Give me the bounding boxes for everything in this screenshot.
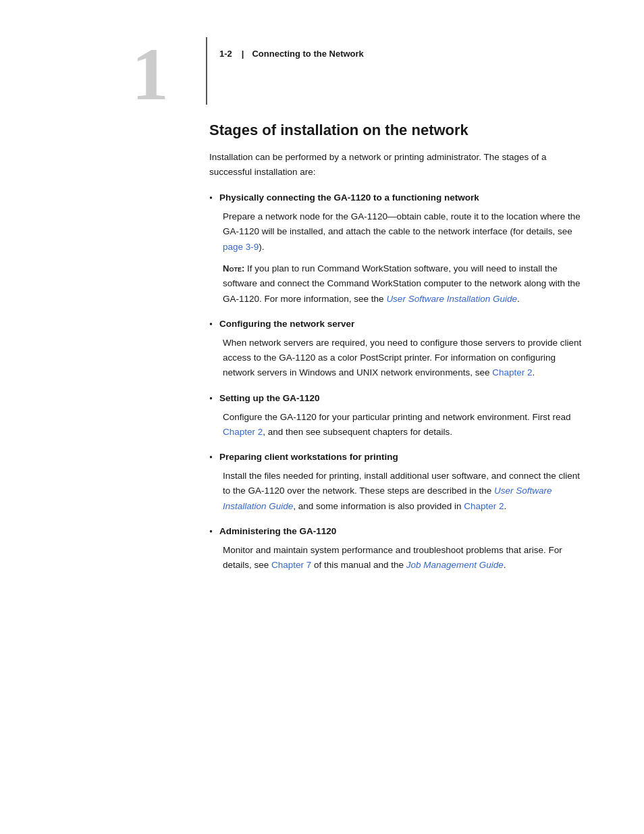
bullet-dot-3: • [209,394,213,405]
chapter-number: 1 [132,37,169,111]
bullet-item-5: • Administering the GA-1120 Monitor and … [209,526,583,573]
bullet-item-3: • Setting up the GA-1120 Configure the G… [209,393,583,440]
link-page-3-9[interactable]: page 3-9 [223,242,259,252]
bullet-dot-2: • [209,319,213,330]
link-chapter-7[interactable]: Chapter 7 [271,560,311,570]
bullet-dot-5: • [209,527,213,538]
bullet-title-3: Setting up the GA-1120 [219,393,320,403]
link-chapter-2-c[interactable]: Chapter 2 [464,501,504,511]
note-block-1: Note: If you plan to run Command WorkSta… [223,261,583,307]
bullet-body-2: When network servers are required, you n… [223,336,583,381]
header-divider [206,37,207,105]
page: 1 1-2 | Connecting to the Network Stages… [0,0,644,834]
link-chapter-2-a[interactable]: Chapter 2 [492,367,532,377]
bullet-title-1: Physically connecting the GA-1120 to a f… [219,192,479,203]
note-label-1: Note: [223,263,244,273]
link-user-software-1[interactable]: User Software Installation Guide [386,294,517,304]
header-separator: | [242,49,244,59]
bullet-item-2: • Configuring the network server When ne… [209,319,583,381]
bullet-header-4: • Preparing client workstations for prin… [209,452,583,463]
intro-paragraph: Installation can be performed by a netwo… [209,150,583,179]
bullet-body-5: Monitor and maintain system performance … [223,543,583,573]
bullet-dot-4: • [209,452,213,463]
link-job-management-guide[interactable]: Job Management Guide [406,560,504,570]
bullet-title-2: Configuring the network server [219,319,354,329]
bullet-title-4: Preparing client workstations for printi… [219,452,398,462]
main-content: Stages of installation on the network In… [209,0,583,573]
bullet-dot-1: • [209,193,213,204]
bullet-header-1: • Physically connecting the GA-1120 to a… [209,192,583,204]
section-heading: Stages of installation on the network [209,122,583,139]
bullet-title-5: Administering the GA-1120 [219,526,336,536]
bullet-body-4: Install the files needed for printing, i… [223,469,583,514]
bullet-item-4: • Preparing client workstations for prin… [209,452,583,514]
bullet-header-5: • Administering the GA-1120 [209,526,583,538]
bullet-header-3: • Setting up the GA-1120 [209,393,583,405]
bullet-body-3: Configure the GA-1120 for your particula… [223,410,583,440]
bullet-item-1: • Physically connecting the GA-1120 to a… [209,192,583,307]
link-chapter-2-b[interactable]: Chapter 2 [223,427,263,437]
header-section-title: Connecting to the Network [252,49,363,59]
page-number: 1-2 [219,49,232,59]
bullet-header-2: • Configuring the network server [209,319,583,330]
bullet-body-1: Prepare a network node for the GA-1120—o… [223,209,583,307]
